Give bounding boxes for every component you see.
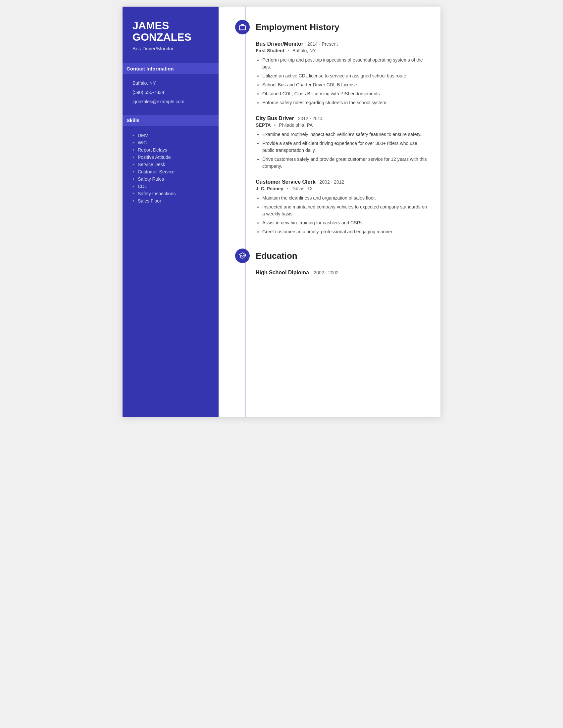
skill-item: WIC: [132, 139, 209, 146]
job-title-row-1: Bus Driver/Monitor 2014 - Present: [256, 41, 427, 47]
bullet: Utilized an active CDL license to servic…: [262, 72, 427, 79]
bullet: School Bus and Charter Driver CDL B Lice…: [262, 81, 427, 88]
skill-item: Safety Inspections: [132, 190, 209, 197]
education-header-row: Education: [235, 249, 427, 263]
bullet: Assist in new hire training for cashiers…: [262, 219, 427, 226]
contact-phone: (590) 555-7834: [132, 89, 209, 96]
job-company-row-3: J. C. Penney • Dallas, TX: [256, 186, 427, 191]
job-location-3: Dallas, TX: [292, 186, 313, 191]
bullet: Obtained CDL, Class B licensing with PIS…: [262, 90, 427, 97]
job-title-1: Bus Driver/Monitor: [256, 41, 304, 47]
job-dates-1: 2014 - Present: [307, 41, 338, 47]
svg-marker-2: [239, 253, 245, 256]
resume-container: JAMES GONZALES Bus Driver/Monitor Contac…: [122, 7, 441, 417]
employment-section: Employment History Bus Driver/Monitor 20…: [235, 20, 427, 235]
job-entry-2: City Bus Driver 2012 - 2014 SEPTA • Phil…: [256, 115, 427, 170]
education-section: Education High School Diploma 2002 - 200…: [235, 249, 427, 276]
skill-item: Report Delays: [132, 146, 209, 154]
candidate-name: JAMES GONZALES: [132, 20, 209, 43]
job-company-row-1: First Student • Buffalo, NY: [256, 48, 427, 53]
skill-item: Safety Rules: [132, 175, 209, 183]
bullet: Perform pre-trip and post-trip inspectio…: [262, 57, 427, 70]
bullet: Maintain the cleanliness and organizatio…: [262, 195, 427, 202]
skills-section: Skills DMV WIC Report Delays Positive At…: [132, 115, 209, 205]
job-company-1: First Student: [256, 48, 284, 53]
svg-rect-0: [239, 25, 245, 30]
bullet: Enforce safety rules regarding students …: [262, 99, 427, 106]
bullet: Examine and routinely inspect each vehic…: [262, 131, 427, 138]
job-bullets-3: Maintain the cleanliness and organizatio…: [256, 195, 427, 235]
job-location-2: Philadelphia, PA: [279, 122, 313, 128]
job-entry-3: Customer Service Clerk 2002 - 2012 J. C.…: [256, 179, 427, 235]
bullet: Greet customers in a timely, professiona…: [262, 228, 427, 235]
job-dates-2: 2012 - 2014: [298, 116, 323, 121]
briefcase-icon: [235, 20, 250, 34]
bullet: Drive customers safely and provide great…: [262, 156, 427, 170]
skill-item: Customer Service: [132, 168, 209, 175]
contact-email: jgonzales@example.com: [132, 99, 209, 105]
job-company-2: SEPTA: [256, 122, 271, 128]
edu-degree-1: High School Diploma: [256, 270, 309, 275]
skill-item: CDL: [132, 183, 209, 190]
candidate-title: Bus Driver/Monitor: [132, 46, 209, 51]
job-location-1: Buffalo, NY: [293, 48, 316, 53]
job-title-row-3: Customer Service Clerk 2002 - 2012: [256, 179, 427, 185]
contact-section-header: Contact Information: [122, 63, 218, 74]
job-company-row-2: SEPTA • Philadelphia, PA: [256, 122, 427, 128]
skills-list: DMV WIC Report Delays Positive Attitude …: [132, 132, 209, 205]
skills-section-header: Skills: [122, 115, 218, 126]
graduation-icon: [235, 249, 250, 263]
employment-section-title: Employment History: [256, 22, 340, 32]
job-title-row-2: City Bus Driver 2012 - 2014: [256, 115, 427, 121]
skill-item: Sales Floor: [132, 197, 209, 205]
bullet: Inspected and maintained company vehicle…: [262, 204, 427, 217]
job-title-3: Customer Service Clerk: [256, 179, 316, 185]
job-dates-3: 2002 - 2012: [320, 179, 345, 185]
skill-item: Positive Attitude: [132, 154, 209, 161]
edu-dates-1: 2002 - 2002: [314, 270, 339, 275]
main-content: Employment History Bus Driver/Monitor 20…: [218, 7, 441, 417]
job-company-3: J. C. Penney: [256, 186, 283, 191]
skill-item: DMV: [132, 132, 209, 139]
job-title-2: City Bus Driver: [256, 115, 294, 121]
job-bullets-2: Examine and routinely inspect each vehic…: [256, 131, 427, 170]
education-entry-1: High School Diploma 2002 - 2002: [256, 270, 427, 276]
education-section-title: Education: [256, 251, 298, 261]
employment-header-row: Employment History: [235, 20, 427, 34]
job-bullets-1: Perform pre-trip and post-trip inspectio…: [256, 57, 427, 106]
skill-item: Service Desk: [132, 161, 209, 168]
contact-city: Buffalo, NY: [132, 80, 209, 87]
sidebar: JAMES GONZALES Bus Driver/Monitor Contac…: [122, 7, 218, 417]
bullet: Provide a safe and efficient driving exp…: [262, 140, 427, 154]
job-entry-1: Bus Driver/Monitor 2014 - Present First …: [256, 41, 427, 106]
